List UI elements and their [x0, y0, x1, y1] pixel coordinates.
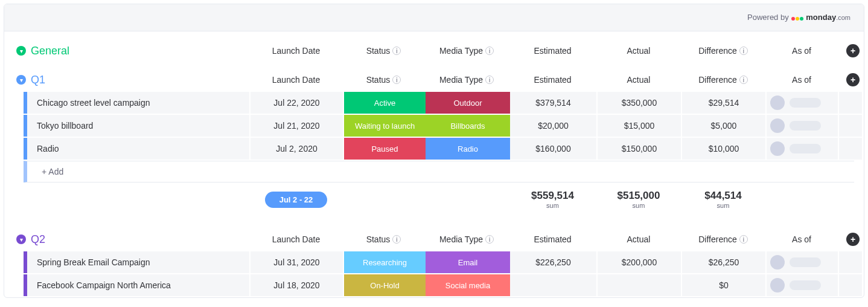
column-status[interactable]: Statusi: [343, 46, 424, 56]
status-cell[interactable]: Researching: [344, 251, 426, 273]
info-icon[interactable]: i: [392, 47, 401, 55]
table-row[interactable]: Facebook Campaign North AmericaJul 18, 2…: [24, 274, 854, 296]
launch-date-cell[interactable]: Jul 18, 2020: [251, 274, 343, 296]
status-cell[interactable]: Waiting to launch: [344, 115, 426, 137]
as-of-cell[interactable]: [767, 138, 838, 160]
actual-cell[interactable]: $15,000: [598, 115, 681, 137]
date-range-pill[interactable]: Jul 2 - 22: [265, 192, 328, 208]
chevron-down-icon[interactable]: ▾: [16, 75, 26, 85]
column-actual[interactable]: Actual: [596, 75, 681, 85]
column-actual[interactable]: Actual: [596, 234, 681, 244]
avatar-icon[interactable]: [770, 95, 785, 110]
info-icon[interactable]: i: [392, 76, 401, 84]
launch-date-cell[interactable]: Jul 22, 2020: [251, 92, 343, 114]
difference-cell[interactable]: $26,250: [682, 251, 765, 273]
media-type-cell[interactable]: Social media: [426, 274, 510, 296]
column-difference[interactable]: Differencei: [681, 46, 765, 56]
powered-by-label: Powered by: [747, 13, 789, 22]
add-column-button[interactable]: +: [846, 44, 860, 57]
column-media-type[interactable]: Media Typei: [424, 234, 509, 245]
column-launch-date[interactable]: Launch Date: [249, 46, 343, 56]
column-as-of[interactable]: As of: [765, 46, 838, 56]
column-status[interactable]: Statusi: [343, 75, 424, 85]
as-of-cell[interactable]: [767, 274, 838, 296]
add-column-button[interactable]: +: [846, 233, 860, 246]
column-difference[interactable]: Differencei: [681, 234, 765, 245]
column-media-type[interactable]: Media Typei: [424, 75, 509, 85]
media-type-cell[interactable]: Email: [426, 251, 510, 273]
board-container: Powered by monday.com ▾ General Launch D…: [4, 4, 864, 298]
media-type-cell[interactable]: Outdoor: [426, 92, 510, 114]
table-row[interactable]: RadioJul 2, 2020PausedRadio$160,000$150,…: [24, 138, 854, 160]
actual-cell[interactable]: $350,000: [598, 92, 681, 114]
q1-summary: Jul 2 - 22 $559,514sum $515,000sum $44,5…: [24, 185, 854, 214]
difference-cell[interactable]: $0: [682, 274, 765, 296]
estimated-cell[interactable]: $226,250: [510, 251, 596, 273]
summary-estimated: $559,514: [531, 190, 574, 202]
launch-date-cell[interactable]: Jul 31, 2020: [251, 251, 343, 273]
summary-actual: $515,000: [617, 190, 660, 202]
actual-cell[interactable]: [598, 274, 681, 296]
column-launch-date[interactable]: Launch Date: [249, 75, 343, 85]
column-as-of[interactable]: As of: [765, 234, 838, 244]
launch-date-cell[interactable]: Jul 21, 2020: [251, 115, 343, 137]
actual-cell[interactable]: $150,000: [598, 138, 681, 160]
column-estimated[interactable]: Estimated: [509, 75, 596, 85]
group-title[interactable]: Q1: [31, 74, 45, 86]
info-icon[interactable]: i: [739, 235, 748, 244]
as-of-cell[interactable]: [767, 92, 838, 114]
column-estimated[interactable]: Estimated: [509, 46, 596, 56]
table-row[interactable]: Chicago street level campaignJul 22, 202…: [24, 92, 854, 114]
table-row[interactable]: Tokyo billboardJul 21, 2020Waiting to la…: [24, 115, 854, 137]
info-icon[interactable]: i: [485, 47, 494, 55]
status-cell[interactable]: Active: [344, 92, 426, 114]
group-q2: ▾ Q2 Launch Date Statusi Media Typei Est…: [4, 216, 864, 296]
skeleton-placeholder: [790, 257, 821, 267]
info-icon[interactable]: i: [739, 76, 748, 84]
avatar-icon[interactable]: [770, 255, 785, 270]
difference-cell[interactable]: $10,000: [682, 138, 765, 160]
row-name[interactable]: Radio: [24, 138, 249, 160]
row-name[interactable]: Spring Break Email Campaign: [24, 251, 249, 273]
as-of-cell[interactable]: [767, 251, 838, 273]
info-icon[interactable]: i: [485, 235, 494, 244]
column-status[interactable]: Statusi: [343, 234, 424, 245]
difference-cell[interactable]: $5,000: [682, 115, 765, 137]
table-row[interactable]: Spring Break Email CampaignJul 31, 2020R…: [24, 251, 854, 273]
avatar-icon[interactable]: [770, 141, 785, 156]
column-launch-date[interactable]: Launch Date: [249, 234, 343, 244]
row-name[interactable]: Tokyo billboard: [24, 115, 249, 137]
info-icon[interactable]: i: [485, 76, 494, 84]
add-row-button[interactable]: + Add: [24, 161, 854, 183]
column-difference[interactable]: Differencei: [681, 75, 765, 85]
column-as-of[interactable]: As of: [765, 75, 838, 85]
estimated-cell[interactable]: [510, 274, 596, 296]
info-icon[interactable]: i: [739, 47, 748, 55]
launch-date-cell[interactable]: Jul 2, 2020: [251, 138, 343, 160]
chevron-down-icon[interactable]: ▾: [16, 46, 26, 56]
difference-cell[interactable]: $29,514: [682, 92, 765, 114]
as-of-cell[interactable]: [767, 115, 838, 137]
row-name[interactable]: Facebook Campaign North America: [24, 274, 249, 296]
status-cell[interactable]: On-Hold: [344, 274, 426, 296]
column-media-type[interactable]: Media Typei: [424, 46, 509, 56]
group-title[interactable]: General: [31, 45, 69, 57]
actual-cell[interactable]: $200,000: [598, 251, 681, 273]
estimated-cell[interactable]: $160,000: [510, 138, 596, 160]
estimated-cell[interactable]: $379,514: [510, 92, 596, 114]
column-actual[interactable]: Actual: [596, 46, 681, 56]
monday-brand[interactable]: monday: [806, 13, 836, 22]
add-column-button[interactable]: +: [846, 73, 860, 86]
status-cell[interactable]: Paused: [344, 138, 426, 160]
avatar-icon[interactable]: [770, 118, 785, 133]
info-icon[interactable]: i: [392, 235, 401, 244]
media-type-cell[interactable]: Billboards: [426, 115, 510, 137]
chevron-down-icon[interactable]: ▾: [16, 234, 26, 244]
media-type-cell[interactable]: Radio: [426, 138, 510, 160]
avatar-icon[interactable]: [770, 278, 785, 292]
estimated-cell[interactable]: $20,000: [510, 115, 596, 137]
group-title[interactable]: Q2: [31, 233, 45, 246]
skeleton-placeholder: [790, 121, 821, 131]
column-estimated[interactable]: Estimated: [509, 234, 596, 244]
row-name[interactable]: Chicago street level campaign: [24, 92, 249, 114]
